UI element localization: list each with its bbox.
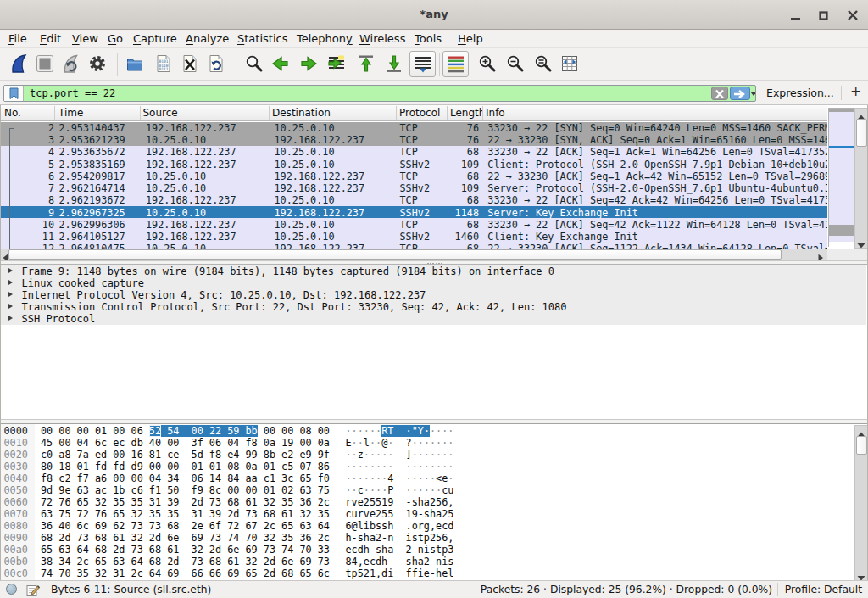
go-forward-button[interactable] — [298, 53, 320, 75]
hex-row-0030[interactable]: 003080 18 01 fd fd d9 00 00 01 01 08 0a … — [0, 461, 848, 472]
packet-row-2[interactable]: 22.953140437192.168.122.23710.25.0.10TCP… — [1, 122, 827, 134]
expand-triangle-icon[interactable] — [8, 304, 13, 309]
filter-apply-button[interactable] — [730, 87, 750, 100]
status-profile[interactable]: Profile: Default — [785, 584, 862, 595]
hex-row-0090[interactable]: 009068 2d 73 68 61 32 2d 6e 69 73 74 70 … — [0, 532, 848, 544]
column-separator[interactable] — [482, 106, 483, 120]
filter-clear-button[interactable] — [711, 87, 728, 100]
colorize-toggle[interactable] — [442, 51, 469, 77]
filter-text[interactable]: tcp.port == 22 — [30, 87, 115, 99]
packet-row-9[interactable]: 92.96296732510.25.0.10192.168.122.237SSH… — [1, 206, 827, 218]
minimize-button[interactable] — [789, 8, 803, 22]
close-button[interactable] — [846, 8, 860, 22]
packet-row-11[interactable]: 112.964105127192.168.122.23710.25.0.10SS… — [1, 230, 827, 242]
hex-vscrollbar[interactable] — [854, 425, 868, 580]
start-capture-button[interactable] — [8, 53, 31, 75]
column-header-protocol[interactable]: Protocol — [399, 107, 446, 119]
expert-info-indicator[interactable] — [6, 584, 17, 595]
packet-row-5[interactable]: 52.953835169192.168.122.23710.25.0.10SSH… — [1, 158, 827, 170]
go-first-button[interactable] — [355, 53, 377, 75]
scroll-up-arrow[interactable] — [855, 427, 867, 436]
menu-analyze[interactable]: Analyze — [183, 31, 231, 46]
column-header-info[interactable]: Info — [486, 107, 808, 119]
expand-triangle-icon[interactable] — [8, 280, 13, 285]
filter-dropdown-caret[interactable] — [750, 86, 756, 101]
expand-triangle-icon[interactable] — [8, 268, 13, 273]
menu-statistics[interactable]: Statistics — [235, 31, 290, 46]
detail-row[interactable]: Transmission Control Protocol, Src Port:… — [1, 301, 866, 313]
scrollbar-thumb[interactable] — [8, 249, 782, 260]
hex-row-0060[interactable]: 006072 76 65 32 35 35 31 39 2d 73 68 61 … — [0, 496, 848, 508]
go-last-button[interactable] — [383, 53, 405, 75]
column-separator[interactable] — [140, 106, 141, 120]
hex-row-0020[interactable]: 0020c0 a8 7a ed 00 16 81 ce 5d f8 e4 99 … — [0, 449, 848, 461]
restart-capture-button[interactable] — [60, 53, 82, 75]
column-separator[interactable] — [54, 106, 55, 120]
expression-button[interactable]: Expression... — [766, 87, 834, 99]
packet-row-12[interactable]: 122.96481047510.25.0.10192.168.122.237TC… — [1, 243, 827, 249]
packet-list-hscrollbar[interactable] — [0, 249, 827, 260]
column-header-destination[interactable]: Destination — [272, 107, 395, 119]
scrollbar-thumb[interactable] — [856, 436, 867, 455]
detail-row[interactable]: Frame 9: 1148 bytes on wire (9184 bits),… — [1, 265, 866, 277]
packet-list-header[interactable]: No.TimeSourceDestinationProtocolLengthIn… — [1, 105, 827, 121]
maximize-button[interactable] — [817, 8, 831, 22]
detail-row[interactable]: Internet Protocol Version 4, Src: 10.25.… — [1, 289, 866, 301]
capture-options-button[interactable] — [86, 53, 108, 75]
menu-view[interactable]: View — [70, 31, 101, 46]
close-file-button[interactable] — [179, 53, 201, 75]
scroll-down-arrow[interactable] — [855, 570, 867, 579]
hex-row-0050[interactable]: 00509d 9e 63 ac 1b c6 f1 50 f9 8c 00 00 … — [0, 484, 848, 496]
hex-row-00b0[interactable]: 00b038 34 2c 65 63 64 68 2d 73 68 61 32 … — [0, 556, 848, 567]
menu-wireless[interactable]: Wireless — [357, 31, 408, 46]
column-separator[interactable] — [269, 106, 270, 120]
scroll-up-arrow[interactable] — [855, 109, 867, 119]
menu-telephony[interactable]: Telephony — [294, 31, 355, 46]
hex-row-0080[interactable]: 008036 40 6c 69 62 73 73 68 2e 6f 72 67 … — [0, 520, 848, 532]
detail-row[interactable]: SSH Protocol — [1, 313, 866, 325]
reload-file-button[interactable] — [205, 53, 227, 75]
hex-row-0070[interactable]: 007063 75 72 76 65 32 35 35 31 39 2d 73 … — [0, 508, 848, 520]
find-packet-button[interactable] — [243, 53, 265, 75]
display-filter-input[interactable]: tcp.port == 22 — [3, 85, 756, 102]
hex-row-0000[interactable]: 000000 00 00 01 00 06 52 54 00 22 59 bb … — [0, 425, 848, 437]
menu-go[interactable]: Go — [105, 31, 125, 46]
scrollbar-thumb[interactable] — [856, 119, 867, 147]
packet-row-3[interactable]: 32.95362123910.25.0.10192.168.122.237TCP… — [1, 134, 827, 146]
go-to-packet-button[interactable] — [326, 53, 348, 75]
hex-row-0040[interactable]: 0040f8 c2 f7 a6 00 00 04 34 06 14 84 aa … — [0, 472, 848, 484]
zoom-reset-button[interactable] — [532, 53, 554, 75]
packet-row-8[interactable]: 82.962193672192.168.122.23710.25.0.10TCP… — [1, 194, 827, 206]
zoom-out-button[interactable] — [504, 53, 526, 75]
column-separator[interactable] — [396, 106, 397, 120]
scroll-right-arrow[interactable] — [815, 250, 826, 260]
hex-row-00c0[interactable]: 00c074 70 35 32 31 2c 64 69 66 66 69 65 … — [0, 567, 848, 579]
column-header-length[interactable]: Length — [450, 107, 482, 119]
packet-row-6[interactable]: 62.95420981710.25.0.10192.168.122.237TCP… — [1, 170, 827, 182]
menu-capture[interactable]: Capture — [131, 31, 180, 46]
save-file-button[interactable]: 0101 0110 0111 — [153, 53, 175, 75]
menu-tools[interactable]: Tools — [412, 31, 444, 46]
go-back-button[interactable] — [270, 53, 292, 75]
open-file-button[interactable] — [124, 53, 146, 75]
column-header-time[interactable]: Time — [58, 107, 139, 119]
zoom-in-button[interactable] — [476, 53, 498, 75]
hex-row-0010[interactable]: 001045 00 04 6c ec db 40 00 3f 06 04 f8 … — [0, 437, 848, 449]
packet-list-minimap-scrollbar[interactable] — [828, 108, 854, 248]
column-header-source[interactable]: Source — [143, 107, 268, 119]
column-header-no[interactable]: No. — [4, 107, 53, 119]
auto-scroll-toggle[interactable] — [409, 51, 436, 77]
detail-row[interactable]: Linux cooked capture — [1, 277, 866, 289]
column-separator[interactable] — [447, 106, 448, 120]
packet-row-7[interactable]: 72.96216471410.25.0.10192.168.122.237SSH… — [1, 182, 827, 194]
packet-row-4[interactable]: 42.953635672192.168.122.23710.25.0.10TCP… — [1, 146, 827, 158]
menu-file[interactable]: File — [6, 31, 30, 46]
stop-capture-button[interactable] — [34, 53, 56, 75]
resize-columns-button[interactable] — [559, 53, 581, 75]
expand-triangle-icon[interactable] — [8, 316, 13, 321]
capture-comment-icon[interactable] — [26, 584, 40, 598]
hex-row-00a0[interactable]: 00a065 63 64 68 2d 73 68 61 32 2d 6e 69 … — [0, 544, 848, 556]
packet-list-vscrollbar[interactable] — [854, 108, 868, 249]
expand-triangle-icon[interactable] — [8, 292, 13, 297]
filter-bookmark-button[interactable] — [4, 86, 24, 101]
